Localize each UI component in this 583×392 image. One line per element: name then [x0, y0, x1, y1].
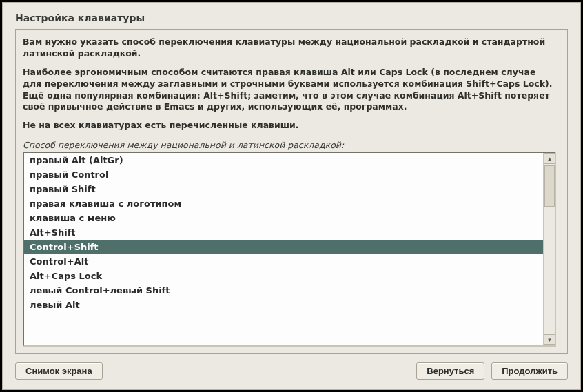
screenshot-button[interactable]: Снимок экрана [15, 362, 103, 380]
scroll-up-button[interactable]: ▴ [544, 153, 555, 164]
button-bar: Снимок экрана Вернуться Продолжить [3, 354, 580, 389]
dialog-window: Настройка клавиатуры Вам нужно указать с… [2, 2, 581, 390]
back-button[interactable]: Вернуться [416, 362, 484, 380]
list-item[interactable]: Alt+Shift [24, 225, 543, 240]
info-paragraph-2: Наиболее эргономичным способом считаются… [23, 67, 556, 114]
content-frame: Вам нужно указать способ переключения кл… [15, 29, 568, 354]
info-paragraph-1: Вам нужно указать способ переключения кл… [23, 37, 556, 60]
list-item[interactable]: Control+Alt [24, 254, 543, 269]
list-label: Способ переключения между национальной и… [23, 140, 556, 150]
list-item[interactable]: правый Shift [24, 182, 543, 196]
list-item[interactable]: правый Control [24, 167, 543, 182]
scroll-down-button[interactable]: ▾ [544, 334, 555, 345]
list-item[interactable]: левый Control+левый Shift [24, 283, 543, 298]
scroll-thumb[interactable] [544, 165, 555, 207]
list-item[interactable]: Alt+Caps Lock [24, 269, 543, 283]
list-item[interactable]: Control+Shift [24, 240, 543, 254]
options-list[interactable]: правый Alt (AltGr)правый Controlправый S… [24, 153, 543, 345]
list-item[interactable]: правый Alt (AltGr) [24, 153, 543, 167]
page-title: Настройка клавиатуры [15, 12, 568, 23]
continue-button[interactable]: Продолжить [491, 362, 568, 380]
title-area: Настройка клавиатуры [3, 3, 580, 29]
spacer [110, 362, 410, 380]
info-paragraph-3: Не на всех клавиатурах есть перечисленны… [23, 120, 556, 132]
list-item[interactable]: правая клавиша с логотипом [24, 196, 543, 211]
list-item[interactable]: клавиша с меню [24, 211, 543, 225]
scrollbar[interactable]: ▴ ▾ [543, 153, 555, 345]
info-block: Вам нужно указать способ переключения кл… [23, 37, 556, 138]
options-list-wrap: правый Alt (AltGr)правый Controlправый S… [23, 152, 556, 347]
list-item[interactable]: левый Alt [24, 298, 543, 312]
